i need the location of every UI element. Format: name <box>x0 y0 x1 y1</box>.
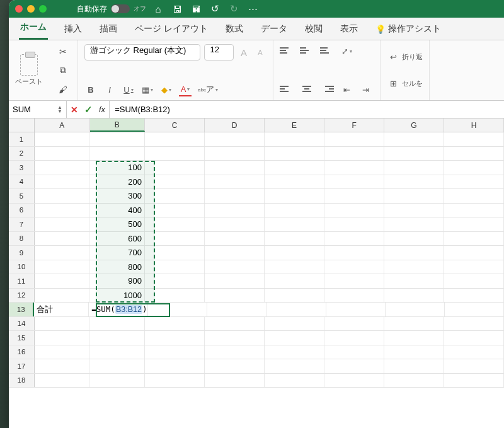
cell-B18[interactable] <box>89 374 145 388</box>
cell-D14[interactable] <box>205 317 265 331</box>
cell-G4[interactable] <box>384 175 444 189</box>
cell-G12[interactable] <box>384 289 444 303</box>
cell-G18[interactable] <box>384 374 444 388</box>
font-size-select[interactable]: 12 <box>204 44 234 61</box>
cell-F16[interactable] <box>324 345 384 359</box>
cell-C18[interactable] <box>145 374 205 388</box>
bold-button[interactable]: B <box>84 83 97 96</box>
cell-F3[interactable] <box>324 161 384 175</box>
zoom-icon[interactable] <box>39 5 47 13</box>
cell-H10[interactable] <box>444 260 504 274</box>
more-icon[interactable]: ⋯ <box>246 3 260 14</box>
col-header-G[interactable]: G <box>384 119 444 132</box>
cell-E9[interactable] <box>265 246 324 260</box>
cell-C9[interactable] <box>145 246 205 260</box>
cell-F12[interactable] <box>324 289 384 303</box>
cell-B3[interactable]: 100 <box>89 161 145 175</box>
cell-A2[interactable] <box>35 147 90 161</box>
border-button[interactable]: ▦▾ <box>141 83 154 96</box>
cell-A15[interactable] <box>35 331 90 345</box>
row-header-5[interactable]: 5 <box>9 189 35 203</box>
row-header-8[interactable]: 8 <box>9 232 35 246</box>
row-header-15[interactable]: 15 <box>9 331 35 345</box>
row-header-10[interactable]: 10 <box>9 260 35 274</box>
cell-F5[interactable] <box>324 189 384 203</box>
cell-F4[interactable] <box>324 175 384 189</box>
align-left-icon[interactable] <box>280 83 294 95</box>
tab-assist[interactable]: 💡 操作アシスト <box>374 18 442 40</box>
cell-C12[interactable] <box>145 289 205 303</box>
cell-G10[interactable] <box>384 260 444 274</box>
tab-data[interactable]: データ <box>260 18 289 40</box>
cell-B11[interactable]: 900 <box>89 274 145 288</box>
cell-C7[interactable] <box>145 217 205 231</box>
cell-C16[interactable] <box>145 345 205 359</box>
cell-A7[interactable] <box>35 217 90 231</box>
col-header-F[interactable]: F <box>324 119 384 132</box>
formula-input[interactable]: =SUM(B3:B12) <box>110 101 504 118</box>
col-header-B[interactable]: B <box>90 119 146 132</box>
save-as-icon[interactable]: 🖬 <box>189 4 203 14</box>
cell-C4[interactable] <box>145 175 205 189</box>
align-right-icon[interactable] <box>320 83 334 95</box>
cell-F6[interactable] <box>324 204 384 217</box>
row-header-4[interactable]: 4 <box>9 175 35 189</box>
cell-B6[interactable]: 400 <box>89 204 145 217</box>
minimize-icon[interactable] <box>27 5 35 13</box>
cell-E4[interactable] <box>265 175 324 189</box>
cell-G16[interactable] <box>384 345 444 359</box>
cell-C2[interactable] <box>145 147 205 161</box>
col-header-E[interactable]: E <box>265 119 324 132</box>
cell-B5[interactable]: 300 <box>89 189 145 203</box>
row-header-2[interactable]: 2 <box>9 147 35 161</box>
cell-B10[interactable]: 800 <box>89 260 145 274</box>
cell-G6[interactable] <box>384 204 444 217</box>
cell-E5[interactable] <box>265 189 324 203</box>
cell-E17[interactable] <box>265 359 324 373</box>
align-top-icon[interactable] <box>280 44 294 57</box>
row-header-14[interactable]: 14 <box>9 317 35 331</box>
cell-E2[interactable] <box>265 147 324 161</box>
cell-A4[interactable] <box>35 175 90 189</box>
tab-view[interactable]: 表示 <box>339 18 359 40</box>
tab-layout[interactable]: ページ レイアウト <box>134 18 209 40</box>
cell-B8[interactable]: 600 <box>89 232 145 246</box>
cell-B2[interactable] <box>89 147 145 161</box>
cell-E12[interactable] <box>265 289 324 303</box>
tab-draw[interactable]: 描画 <box>98 18 118 40</box>
toggle-switch-icon[interactable] <box>111 4 130 13</box>
cell-G13[interactable] <box>386 303 445 316</box>
cell-E1[interactable] <box>265 132 324 146</box>
cell-G14[interactable] <box>384 317 444 331</box>
cell-B7[interactable]: 500 <box>89 217 145 231</box>
cell-G15[interactable] <box>384 331 444 345</box>
row-header-13[interactable]: 13 <box>9 303 34 316</box>
paste-button[interactable]: ペースト <box>15 77 43 86</box>
save-icon[interactable]: 🖫 <box>170 4 184 14</box>
cell-A3[interactable] <box>35 161 90 175</box>
italic-button[interactable]: I <box>103 83 116 96</box>
cell-A18[interactable] <box>35 374 90 388</box>
tab-home[interactable]: ホーム <box>19 16 48 40</box>
cell-H18[interactable] <box>444 374 504 388</box>
cell-G3[interactable] <box>384 161 444 175</box>
cell-D17[interactable] <box>205 359 265 373</box>
fill-color-button[interactable]: ◆▾ <box>160 83 173 96</box>
cell-A17[interactable] <box>35 359 90 373</box>
cell-F14[interactable] <box>324 317 384 331</box>
redo-icon[interactable]: ↻ <box>227 3 241 14</box>
cell-E15[interactable] <box>265 331 324 345</box>
cell-D4[interactable] <box>205 175 265 189</box>
cell-C6[interactable] <box>145 204 205 217</box>
cell-C11[interactable] <box>145 274 205 288</box>
decrease-font-icon[interactable]: A <box>254 45 266 59</box>
cell-B4[interactable]: 200 <box>89 175 145 189</box>
confirm-formula-icon[interactable]: ✓ <box>84 104 93 115</box>
cell-H7[interactable] <box>444 217 504 231</box>
cell-C14[interactable] <box>145 317 205 331</box>
cell-E16[interactable] <box>265 345 324 359</box>
cell-D16[interactable] <box>205 345 265 359</box>
cell-B12[interactable]: 1000 <box>89 289 145 303</box>
cell-C5[interactable] <box>145 189 205 203</box>
increase-font-icon[interactable]: A <box>238 45 250 59</box>
